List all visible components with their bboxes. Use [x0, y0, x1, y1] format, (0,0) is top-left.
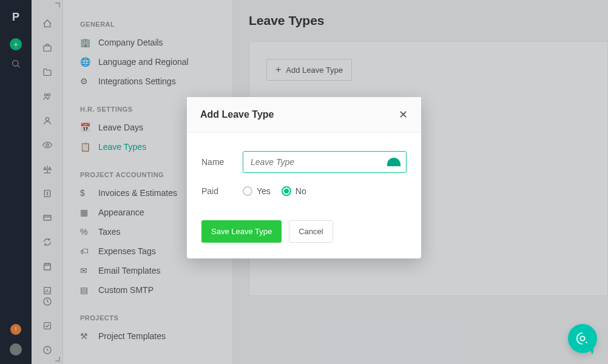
chat-widget[interactable] — [568, 324, 597, 353]
paid-label: Paid — [201, 186, 232, 196]
save-leave-type-button[interactable]: Save Leave Type — [201, 220, 282, 243]
modal-overlay[interactable]: Add Leave Type ✕ Name Paid Yes — [0, 0, 608, 364]
paid-no-radio[interactable]: No — [282, 186, 306, 196]
radio-icon — [243, 186, 252, 196]
svg-point-21 — [580, 336, 584, 340]
name-label: Name — [201, 157, 232, 167]
close-button[interactable]: ✕ — [399, 108, 408, 121]
name-input[interactable] — [243, 151, 407, 173]
radio-label: Yes — [257, 186, 271, 196]
modal-title: Add Leave Type — [200, 109, 274, 120]
cancel-button[interactable]: Cancel — [289, 220, 333, 243]
add-leave-type-modal: Add Leave Type ✕ Name Paid Yes — [187, 97, 421, 258]
paid-yes-radio[interactable]: Yes — [243, 186, 271, 196]
radio-label: No — [296, 186, 306, 196]
radio-icon — [282, 186, 291, 196]
